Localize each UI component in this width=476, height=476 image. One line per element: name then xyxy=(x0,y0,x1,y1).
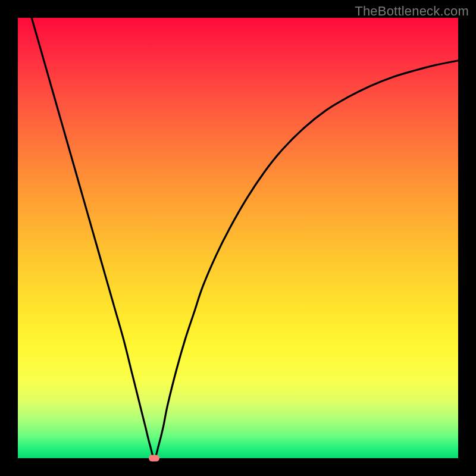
optimum-marker xyxy=(149,455,159,462)
chart-frame: TheBottleneck.com xyxy=(0,0,476,476)
bottleneck-curve xyxy=(18,18,458,458)
plot-area xyxy=(18,18,458,458)
watermark-text: TheBottleneck.com xyxy=(355,4,469,19)
